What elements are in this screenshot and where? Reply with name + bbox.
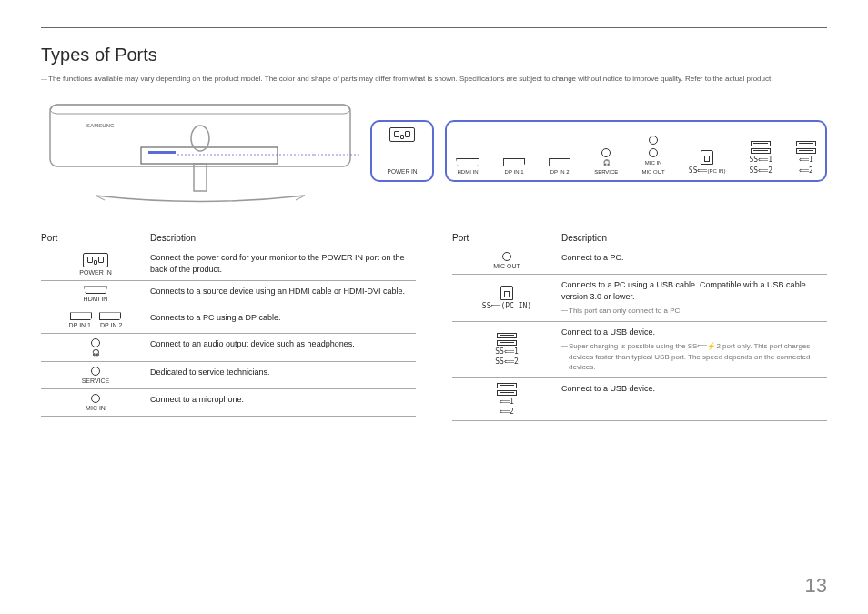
jack-icon <box>649 136 658 145</box>
row-desc: Connect the power cord for your monitor … <box>150 252 416 276</box>
usb-a-icon <box>497 340 517 346</box>
row-label-a: SS⟸1 <box>495 347 518 356</box>
row-desc: Connect to an audio output device such a… <box>150 338 416 357</box>
table-header: Port Description <box>452 233 827 247</box>
page-number: 13 <box>805 574 827 598</box>
table-row: POWER IN Connect the power cord for your… <box>41 247 416 281</box>
row-note: Super charging is possible using the SS⟸… <box>561 341 827 373</box>
table-row: SS⟸(PC IN) Connects to a PC using a USB … <box>452 275 827 322</box>
row-label: 🎧 <box>92 349 100 357</box>
usb-a-icon <box>497 333 517 338</box>
hdmi-label: HDMI IN <box>458 169 479 176</box>
micin-label: MIC IN <box>645 160 662 166</box>
jack-icon <box>91 367 100 376</box>
row-label: SERVICE <box>82 377 110 384</box>
row-desc: Dedicated to service technicians. <box>150 367 416 384</box>
row-label: HDMI IN <box>84 296 108 302</box>
row-label: SS⟸(PC IN) <box>482 302 531 310</box>
svg-rect-4 <box>148 151 176 154</box>
svg-rect-3 <box>141 147 278 164</box>
hp-label: 🎧 <box>603 160 610 166</box>
row-desc: Connect to a USB device. <box>561 327 827 338</box>
usb-b-icon <box>500 286 513 300</box>
row-desc: Connects to a PC using a DP cable. <box>150 312 416 328</box>
row-desc: Connect to a microphone. <box>150 394 416 411</box>
row-desc: Connects to a source device using an HDM… <box>150 286 416 302</box>
page-title: Types of Ports <box>41 45 827 65</box>
dp2-label: DP IN 2 <box>550 169 570 176</box>
monitor-svg: SAMSUNG <box>41 100 359 209</box>
row-note: This port can only connect to a PC. <box>561 306 827 317</box>
power-label: POWER IN <box>388 168 418 175</box>
table-row: MIC IN Connect to a microphone. <box>41 389 416 417</box>
jack-icon <box>502 252 511 261</box>
jack-icon <box>649 148 658 157</box>
table-row: ⟸1 ⟸2 Connect to a USB device. <box>452 378 827 421</box>
jack-icon <box>91 394 100 403</box>
disclaimer-text: The functions available may vary dependi… <box>41 75 827 84</box>
tables: Port Description POWER IN Connect the po… <box>41 233 827 421</box>
row-label: POWER IN <box>79 269 111 276</box>
th-desc: Description <box>561 233 607 243</box>
th-desc: Description <box>150 233 196 243</box>
ss2-label: SS⟸2 <box>750 167 772 176</box>
row-label-b: ⟸2 <box>500 408 514 416</box>
dp1-label: DP IN 1 <box>505 169 524 176</box>
ss1-label: SS⟸1 <box>750 156 772 165</box>
row-desc: Connect to a USB device. <box>561 383 827 416</box>
pcin-label: (PC IN) <box>707 168 725 174</box>
table-row: 🎧 Connect to an audio output device such… <box>41 334 416 362</box>
dp-icon <box>549 158 570 166</box>
power-icon <box>389 127 415 142</box>
port-hp-service: 🎧 SERVICE <box>594 127 618 175</box>
table-left: Port Description POWER IN Connect the po… <box>41 233 416 421</box>
usb-a-icon <box>497 383 517 388</box>
power-icon <box>83 253 108 267</box>
port-pcin: SS⟸(PC IN) <box>689 127 726 175</box>
u2-label: ⟸2 <box>799 167 813 176</box>
usb-b-icon <box>701 150 713 165</box>
port-dp2: DP IN 2 <box>549 127 570 175</box>
table-row: SERVICE Dedicated to service technicians… <box>41 362 416 389</box>
svg-text:SAMSUNG: SAMSUNG <box>86 123 115 128</box>
monitor-diagram: SAMSUNG <box>41 100 359 209</box>
diagram-row: SAMSUNG POWER IN HDMI IN DP IN 1 DP IN <box>41 100 827 209</box>
dp-icon <box>70 312 92 320</box>
micout-label: MIC OUT <box>641 169 664 176</box>
pcin-sym: SS⟸ <box>689 166 708 175</box>
th-port: Port <box>452 233 561 243</box>
port-dp1: DP IN 1 <box>503 127 525 175</box>
th-port: Port <box>41 233 150 243</box>
jack-icon <box>91 338 100 347</box>
usb-a-icon <box>796 148 816 154</box>
svg-rect-8 <box>194 164 207 191</box>
table-row: HDMI IN Connects to a source device usin… <box>41 281 416 307</box>
table-row: SS⟸1 SS⟸2 Connect to a USB device. Super… <box>452 322 827 378</box>
port-usb: ⟸1 ⟸2 <box>796 127 816 175</box>
u1-label: ⟸1 <box>799 156 813 165</box>
port-ss: SS⟸1 SS⟸2 <box>750 127 772 175</box>
row-desc: Connect to a PC. <box>561 252 827 269</box>
table-header: Port Description <box>41 233 416 247</box>
row-desc: Connects to a PC using a USB cable. Comp… <box>561 279 827 303</box>
power-inset: POWER IN <box>370 120 434 182</box>
jack-icon <box>601 148 611 157</box>
row-label: MIC IN <box>86 405 106 411</box>
row-label: MIC OUT <box>493 263 520 269</box>
hdmi-icon <box>84 286 107 294</box>
svg-rect-1 <box>50 105 350 114</box>
ports-inset: HDMI IN DP IN 1 DP IN 2 🎧 SERVICE MIC IN… <box>445 120 827 182</box>
port-hdmi: HDMI IN <box>456 127 479 175</box>
table-right: Port Description MIC OUT Connect to a PC… <box>452 233 827 421</box>
dp-icon <box>99 312 121 320</box>
table-row: DP IN 1DP IN 2 Connects to a PC using a … <box>41 307 416 334</box>
hdmi-icon <box>456 158 479 166</box>
usb-a-icon <box>751 148 771 154</box>
top-rule <box>41 27 827 28</box>
row-label-b: DP IN 2 <box>100 322 122 328</box>
usb-a-icon <box>796 141 816 146</box>
row-label-b: SS⟸2 <box>495 357 518 366</box>
usb-a-icon <box>497 390 517 396</box>
dp-icon <box>503 158 525 166</box>
port-mic: MIC IN MIC OUT <box>641 127 664 175</box>
